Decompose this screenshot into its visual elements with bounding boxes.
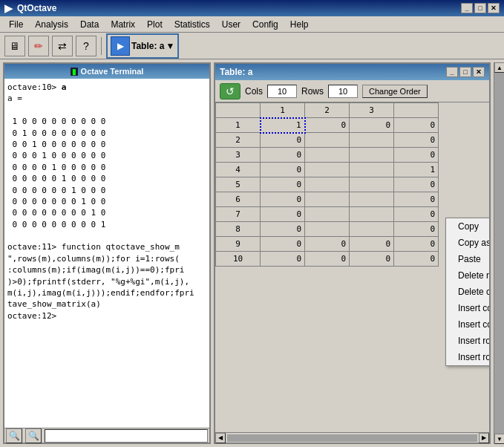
cell-8-1[interactable]: 0	[261, 222, 305, 237]
table-nav-refresh-button[interactable]: ↺	[220, 83, 240, 99]
table-horizontal-scrollbar: ◀ ▶	[215, 432, 489, 443]
terminal-footer: 🔍 🔍	[4, 428, 209, 443]
context-menu-insert-row-up[interactable]: Insert row (up)	[446, 333, 489, 349]
cell-6-3[interactable]	[350, 192, 394, 207]
cell-6-1[interactable]: 0	[261, 192, 305, 207]
arrow-button[interactable]: ⇄	[52, 36, 73, 56]
context-menu-copy[interactable]: Copy	[446, 218, 489, 235]
monitor-button[interactable]: 🖥	[4, 36, 25, 56]
terminal-line: )>0);fprintf(stderr, "%g+%gi",m(i,j),	[7, 276, 206, 287]
menu-data[interactable]: Data	[74, 18, 105, 31]
cell-2-3[interactable]	[350, 133, 394, 148]
table-minimize-button[interactable]: _	[446, 67, 458, 77]
minimize-button[interactable]: _	[461, 3, 473, 13]
scroll-up-button[interactable]: ▲	[494, 62, 504, 73]
cell-5-3[interactable]	[350, 177, 394, 192]
cell-4-2[interactable]	[305, 163, 350, 177]
terminal-content[interactable]: octave:10> a a = 1 0 0 0 0 0 0 0 0 0 0 1…	[4, 79, 209, 428]
row-num-8: 8	[216, 222, 261, 237]
cell-5-1[interactable]: 0	[261, 177, 305, 192]
cell-4-3[interactable]	[350, 163, 394, 177]
cell-5-2[interactable]	[305, 177, 350, 192]
context-menu-delete-cols[interactable]: Delete columns	[446, 284, 489, 300]
table-maximize-button[interactable]: □	[459, 67, 471, 77]
table-dropdown-container: ▶ Table: a ▼	[106, 33, 179, 59]
table-row: 10 0 0 0 0	[216, 252, 439, 267]
cell-5-4[interactable]: 0	[394, 177, 439, 192]
cell-10-2[interactable]: 0	[305, 252, 350, 267]
scroll-right-button[interactable]: ▶	[479, 433, 489, 443]
rows-input[interactable]	[328, 85, 358, 98]
cell-3-4[interactable]: 0	[394, 148, 439, 163]
cell-10-4[interactable]: 0	[394, 252, 439, 267]
cell-4-1[interactable]: 0	[261, 163, 305, 177]
edit-button[interactable]: ✏	[28, 36, 49, 56]
cell-7-1[interactable]: 0	[261, 207, 305, 222]
title-bar-controls: _ □ ✕	[461, 3, 500, 13]
change-order-button[interactable]: Change Order	[362, 85, 428, 98]
row-num-3: 3	[216, 148, 261, 163]
table-close-button[interactable]: ✕	[473, 67, 485, 77]
cols-label: Cols	[245, 86, 263, 97]
cell-1-4[interactable]: 0	[394, 118, 439, 133]
cell-1-1[interactable]: 1	[261, 118, 305, 133]
help-button[interactable]: ?	[76, 36, 96, 56]
menu-user[interactable]: User	[216, 18, 246, 31]
maximize-button[interactable]: □	[474, 3, 486, 13]
close-button[interactable]: ✕	[488, 3, 500, 13]
row-num-1: 1	[216, 118, 261, 133]
zoom-in-button[interactable]: 🔍	[25, 428, 42, 443]
arrow-icon: ⇄	[58, 40, 67, 52]
cell-10-1[interactable]: 0	[261, 252, 305, 267]
menu-analysis[interactable]: Analysis	[29, 18, 74, 31]
cell-1-3[interactable]: 0	[350, 118, 394, 133]
context-menu-insert-col-left[interactable]: Insert column (left)	[446, 316, 489, 333]
cell-7-3[interactable]	[350, 207, 394, 222]
context-menu-insert-col-right[interactable]: Insert column (right)	[446, 300, 489, 316]
cell-9-1[interactable]: 0	[261, 237, 305, 252]
scroll-left-button[interactable]: ◀	[215, 433, 226, 443]
main-vertical-scrollbar: ▲ ▼	[494, 62, 504, 444]
cell-2-1[interactable]: 0	[261, 133, 305, 148]
menu-config[interactable]: Config	[246, 18, 284, 31]
cols-input[interactable]	[267, 85, 297, 98]
scroll-track-v[interactable]	[494, 73, 504, 434]
cell-9-4[interactable]: 0	[394, 237, 439, 252]
cell-1-2[interactable]: 0	[305, 118, 350, 133]
cell-3-1[interactable]: 0	[261, 148, 305, 163]
cell-8-3[interactable]	[350, 222, 394, 237]
menu-help[interactable]: Help	[284, 18, 315, 31]
cell-3-3[interactable]	[350, 148, 394, 163]
cell-6-4[interactable]: 0	[394, 192, 439, 207]
context-menu-insert-row-down[interactable]: Insert row (down)	[446, 349, 489, 365]
cell-6-2[interactable]	[305, 192, 350, 207]
zoom-in-icon: 🔍	[28, 431, 39, 441]
terminal-line: 0 0 0 0 0 0 0 0 1 0	[7, 207, 206, 218]
table-row: 8 0 0	[216, 222, 439, 237]
cell-3-2[interactable]	[305, 148, 350, 163]
scroll-track-h[interactable]	[227, 434, 477, 442]
cell-9-3[interactable]: 0	[350, 237, 394, 252]
cell-7-2[interactable]	[305, 207, 350, 222]
cell-9-2[interactable]: 0	[305, 237, 350, 252]
scroll-down-button[interactable]: ▼	[494, 434, 504, 444]
menu-statistics[interactable]: Statistics	[168, 18, 216, 31]
context-menu-paste[interactable]: Paste	[446, 251, 489, 267]
cell-10-3[interactable]: 0	[350, 252, 394, 267]
cell-4-4[interactable]: 1	[394, 163, 439, 177]
table-row: 4 0 1	[216, 163, 439, 177]
toolbar: 🖥 ✏ ⇄ ? ▶ Table: a ▼	[0, 33, 504, 59]
menu-matrix[interactable]: Matrix	[105, 18, 141, 31]
cell-8-4[interactable]: 0	[394, 222, 439, 237]
cell-7-4[interactable]: 0	[394, 207, 439, 222]
cell-2-2[interactable]	[305, 133, 350, 148]
context-menu-copy-octave[interactable]: Copy as Octave matrix	[446, 235, 489, 251]
cell-2-4[interactable]: 0	[394, 133, 439, 148]
terminal-search-input[interactable]	[45, 429, 208, 443]
context-menu-delete-rows[interactable]: Delete rows	[446, 267, 489, 284]
table-nav-button[interactable]: ▶	[111, 36, 130, 56]
zoom-out-button[interactable]: 🔍	[6, 428, 22, 443]
cell-8-2[interactable]	[305, 222, 350, 237]
menu-plot[interactable]: Plot	[141, 18, 168, 31]
menu-file[interactable]: File	[3, 18, 29, 31]
